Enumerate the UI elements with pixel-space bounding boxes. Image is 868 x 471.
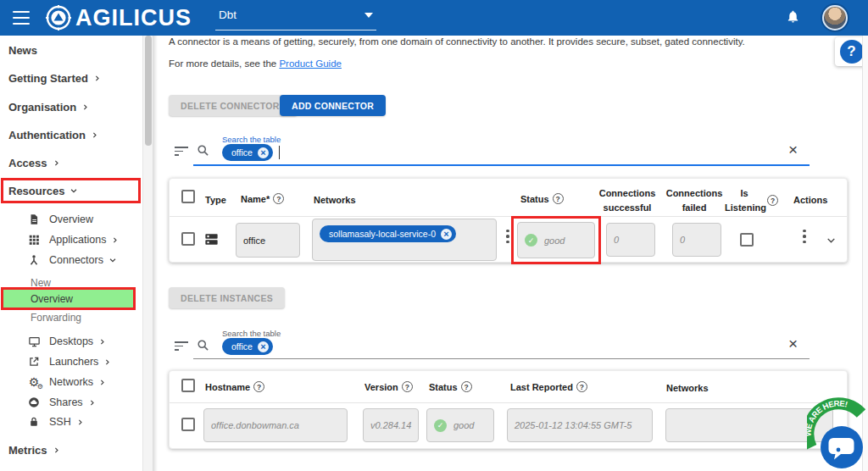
search-input[interactable]: office× xyxy=(222,338,273,355)
topbar: AGILICUS Dbt xyxy=(0,0,868,36)
connector-networks-field: sollamasaly-local-service-0× xyxy=(312,219,497,261)
connector-name-field[interactable]: office xyxy=(236,223,300,258)
sidebar-item-shares[interactable]: Shares xyxy=(27,394,96,411)
help-icon[interactable]: ? xyxy=(767,195,778,206)
launch-icon xyxy=(27,355,41,368)
col-header-connections-successful: Connections successful xyxy=(593,186,661,214)
product-guide-link[interactable]: Product Guide xyxy=(279,58,342,69)
sidebar-item-connectors-overview[interactable]: Overview xyxy=(31,291,73,308)
sidebar-nav: News Getting Started Organisation Authen… xyxy=(0,36,142,471)
caret-down-icon xyxy=(364,13,373,18)
instances-table: Hostname? Version? Status? Last Reported… xyxy=(169,370,848,449)
sidebar-scrollbar[interactable] xyxy=(142,36,153,471)
sidebar-item-metrics[interactable]: Metrics xyxy=(8,441,60,458)
col-header-type: Type xyxy=(205,195,226,205)
chevron-right-icon xyxy=(88,399,96,407)
sidebar-item-connectors-forwarding[interactable]: Forwarding xyxy=(31,309,81,326)
gears-icon: ⚙⚙ xyxy=(27,375,41,389)
sidebar-item-desktops[interactable]: Desktops xyxy=(27,333,106,350)
select-all-checkbox[interactable] xyxy=(181,379,195,392)
clear-search-icon[interactable]: × xyxy=(788,144,798,156)
chevron-right-icon xyxy=(91,131,98,139)
org-selector[interactable]: Dbt xyxy=(215,5,376,30)
search-filter-chip[interactable]: office× xyxy=(222,338,273,355)
row-checkbox[interactable] xyxy=(181,418,195,431)
main-content: A connector is a means of getting, secur… xyxy=(153,36,862,471)
help-icon[interactable]: ? xyxy=(273,193,284,204)
sidebar-item-launchers[interactable]: Launchers xyxy=(27,353,111,370)
help-icon[interactable]: ? xyxy=(402,381,413,392)
col-header-version: Version? xyxy=(364,381,413,392)
search-underline xyxy=(193,358,810,359)
status-text: good xyxy=(453,420,474,430)
search-filter-chip[interactable]: office× xyxy=(222,144,273,161)
help-icon[interactable]: ? xyxy=(461,381,472,392)
help-icon[interactable]: ? xyxy=(553,193,564,204)
chat-launcher[interactable]: WE ARE HERE! xyxy=(807,395,868,471)
connector-status-field: ✓ good xyxy=(517,222,595,258)
sidebar-item-ssh[interactable]: SSH xyxy=(27,413,84,430)
sidebar-item-connectors[interactable]: Connectors xyxy=(27,252,117,269)
chevron-right-icon xyxy=(76,418,84,426)
status-good-icon: ✓ xyxy=(434,419,447,432)
question-mark-icon: ? xyxy=(840,40,864,64)
sidebar-item-applications[interactable]: Applications xyxy=(27,231,119,248)
col-header-connections-failed: Connections failed xyxy=(664,186,725,214)
user-avatar[interactable] xyxy=(822,5,848,30)
details-line: For more details, see the Product Guide xyxy=(169,58,342,69)
help-icon[interactable]: ? xyxy=(253,381,264,392)
filter-icon[interactable] xyxy=(175,147,189,156)
col-header-hostname: Hostname? xyxy=(205,381,264,392)
select-all-checkbox[interactable] xyxy=(181,190,195,203)
help-icon[interactable]: ? xyxy=(576,381,587,392)
filter-icon[interactable] xyxy=(175,341,189,351)
agilicus-logo-icon xyxy=(45,4,72,31)
chevron-right-icon xyxy=(98,379,106,386)
sidebar-item-news[interactable]: News xyxy=(8,42,37,58)
search-field-label: Search the table xyxy=(222,329,281,338)
sidebar-item-authentication[interactable]: Authentication xyxy=(8,126,98,143)
delete-connectors-button[interactable]: DELETE CONNECTORS xyxy=(169,95,298,116)
chevron-down-icon xyxy=(108,256,117,264)
notifications-bell-icon[interactable] xyxy=(786,9,800,27)
search-icon xyxy=(197,339,209,352)
connections-failed-field: 0 xyxy=(672,223,721,257)
row-checkbox[interactable] xyxy=(181,232,195,246)
sidebar-item-resources[interactable]: Resources xyxy=(8,182,78,199)
row-actions-icon[interactable] xyxy=(798,229,810,244)
col-header-actions: Actions xyxy=(793,195,827,205)
connector-hub-icon xyxy=(27,253,41,267)
last-reported-field: 2025-01-12 13:04:55 GMT-5 xyxy=(507,408,653,442)
networks-more-icon[interactable] xyxy=(502,229,514,244)
connector-description: A connector is a means of getting, secur… xyxy=(169,36,843,47)
network-chip[interactable]: sollamasaly-local-service-0× xyxy=(320,225,456,242)
chip-remove-icon[interactable]: × xyxy=(258,147,269,158)
col-header-networks: Networks xyxy=(666,383,709,393)
chevron-right-icon xyxy=(53,446,60,454)
sidebar-item-getting-started[interactable]: Getting Started xyxy=(8,69,101,86)
chip-remove-icon[interactable]: × xyxy=(258,341,269,352)
chip-remove-icon[interactable]: × xyxy=(441,229,452,240)
connections-successful-field: 0 xyxy=(606,223,655,257)
org-selector-value: Dbt xyxy=(219,8,236,21)
hamburger-menu-icon[interactable] xyxy=(13,11,30,25)
brand-title: AGILICUS xyxy=(75,5,192,31)
sidebar-scrollbar-thumb[interactable] xyxy=(145,36,152,146)
chevron-right-icon xyxy=(103,358,111,366)
sidebar-item-connectors-new[interactable]: New xyxy=(31,274,51,291)
sidebar-item-organisation[interactable]: Organisation xyxy=(8,98,89,115)
sidebar-item-access[interactable]: Access xyxy=(8,154,60,171)
col-header-is-listening: Is Listening? xyxy=(725,186,778,214)
sidebar-item-resources-overview[interactable]: Overview xyxy=(27,211,93,228)
is-listening-checkbox[interactable] xyxy=(740,233,754,247)
search-underline xyxy=(193,164,810,166)
search-input[interactable]: office× xyxy=(222,144,280,161)
clear-search-icon[interactable]: × xyxy=(788,338,798,350)
sidebar-item-networks[interactable]: ⚙⚙ Networks xyxy=(27,374,106,391)
col-header-status: Status? xyxy=(429,381,472,392)
chevron-right-icon xyxy=(93,75,101,82)
expand-row-chevron-icon[interactable] xyxy=(826,235,837,246)
chevron-down-icon xyxy=(70,186,78,195)
delete-instances-button[interactable]: DELETE INSTANCES xyxy=(169,287,285,308)
add-connector-button[interactable]: ADD CONNECTOR xyxy=(280,95,386,116)
